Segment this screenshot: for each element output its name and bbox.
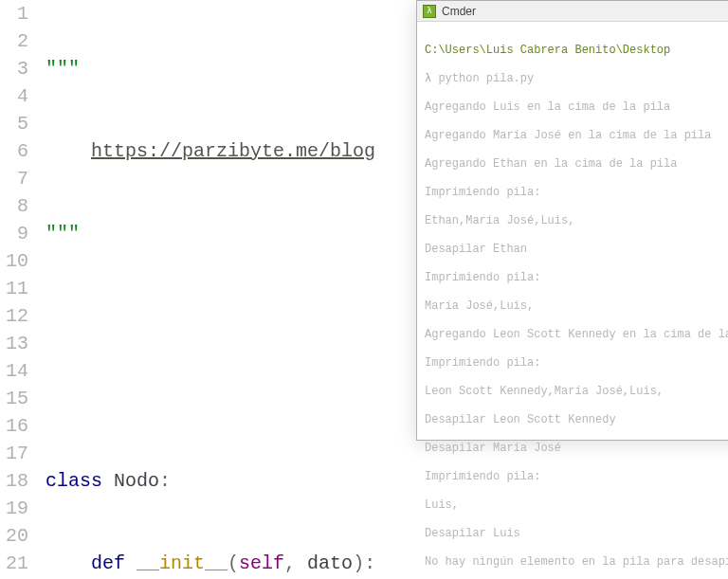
terminal-output: Desapilar María José	[425, 442, 728, 456]
cmder-icon: λ	[423, 5, 436, 18]
terminal-body[interactable]: C:\Users\Luis Cabrera Benito\Desktop λ p…	[417, 22, 728, 579]
terminal-output: Agregando Ethan en la cima de la pila	[425, 157, 728, 172]
docstring-link[interactable]: https://parzibyte.me/blog	[91, 140, 375, 162]
line-number: 11	[0, 275, 28, 302]
line-number: 21	[0, 550, 28, 577]
keyword-class: class	[46, 470, 102, 492]
terminal-output: Desapilar Luis	[425, 527, 728, 541]
terminal-output: Desapilar Leon Scott Kennedy	[425, 413, 728, 427]
line-number: 9	[0, 220, 28, 247]
line-number: 17	[0, 440, 28, 467]
terminal-path: C:\Users\Luis Cabrera Benito\Desktop	[425, 44, 670, 57]
terminal-output: No hay ningún elemento en la pila para d…	[425, 555, 728, 570]
line-number: 6	[0, 137, 28, 165]
terminal-titlebar[interactable]: λ Cmder	[417, 1, 728, 22]
line-number: 14	[0, 357, 28, 385]
terminal-output: Agregando Leon Scott Kennedy en la cima …	[425, 328, 728, 342]
line-number: 16	[0, 412, 28, 440]
line-gutter: 1 2 3 4 5 6 7 8 9 10 11 12 13 14 15 16 1…	[0, 0, 34, 579]
line-number: 13	[0, 330, 28, 357]
terminal-line: λ python pila.py	[425, 72, 728, 86]
terminal-window[interactable]: λ Cmder C:\Users\Luis Cabrera Benito\Des…	[416, 0, 728, 441]
line-number: 1	[0, 0, 28, 27]
docstring-quote: """	[46, 223, 80, 244]
param-dato: dato	[307, 552, 353, 574]
terminal-output: Agregando Luis en la cima de la pila	[425, 100, 728, 115]
terminal-title-text: Cmder	[442, 5, 476, 18]
line-number: 2	[0, 27, 28, 55]
line-number: 7	[0, 165, 28, 192]
terminal-line: C:\Users\Luis Cabrera Benito\Desktop	[425, 44, 728, 58]
terminal-output: Luis,	[425, 498, 728, 513]
line-number: 19	[0, 495, 28, 522]
class-name-nodo: Nodo	[114, 470, 159, 492]
terminal-output: Imprimiendo pila:	[425, 356, 728, 371]
line-number: 5	[0, 110, 28, 137]
terminal-output: Leon Scott Kennedy,María José,Luis,	[425, 385, 728, 399]
line-number: 4	[0, 82, 28, 110]
line-number: 18	[0, 467, 28, 495]
terminal-output: Imprimiendo pila:	[425, 271, 728, 285]
line-number: 10	[0, 247, 28, 275]
terminal-output: Ethan,María José,Luis,	[425, 214, 728, 228]
line-number: 8	[0, 192, 28, 220]
terminal-output: Desapilar Ethan	[425, 243, 728, 257]
fn-init: __init__	[136, 552, 228, 574]
line-number: 15	[0, 385, 28, 412]
terminal-output: Imprimiendo pila:	[425, 186, 728, 200]
line-number: 3	[0, 55, 28, 82]
keyword-def: def	[91, 552, 125, 574]
terminal-output: María José,Luis,	[425, 299, 728, 314]
line-number: 12	[0, 302, 28, 330]
docstring-quote: """	[46, 58, 80, 80]
line-number: 20	[0, 522, 28, 550]
self: self	[239, 552, 284, 574]
terminal-command: python pila.py	[431, 72, 534, 85]
terminal-output: Imprimiendo pila:	[425, 470, 728, 484]
terminal-output: Agregando María José en la cima de la pi…	[425, 129, 728, 143]
